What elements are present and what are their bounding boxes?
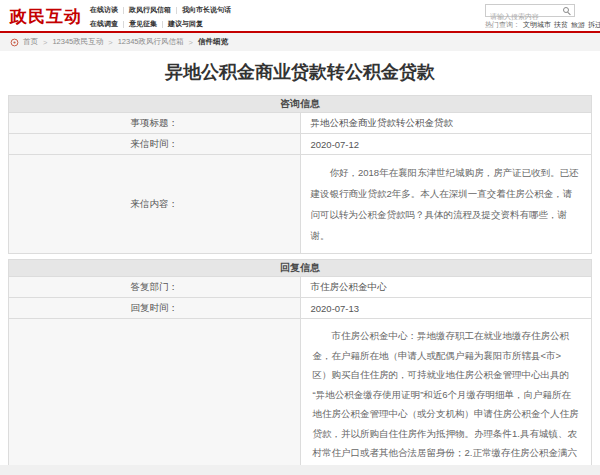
row-value-reply-date: 2020-07-13 — [300, 298, 592, 319]
main-content: 异地公积金商业贷款转公积金贷款 咨询信息 事项标题： 异地公积金商业贷款转公积金… — [0, 61, 600, 475]
row-label-subject: 事项标题： — [9, 113, 301, 134]
row-value-letter-date: 2020-07-12 — [300, 134, 592, 155]
nav-row-1: 在线访谈 政风行风信箱 我向市长说句话 — [90, 4, 231, 16]
table-row: 回复时间： 2020-07-13 — [9, 298, 592, 319]
nav-divider — [176, 7, 177, 14]
nav-link-opinion-collection[interactable]: 意见征集 — [129, 19, 157, 29]
row-label-reply-date: 回复时间： — [9, 298, 301, 319]
breadcrumb: 首页 > 12345政民互动 > 12345政风行风信箱 > 信件细览 — [0, 33, 600, 51]
nav-row-2: 在线调查 意见征集 建议与回复 — [90, 18, 231, 30]
nav-link-suggestion-reply[interactable]: 建议与回复 — [168, 19, 203, 29]
hot-search-label: 热门查询： — [485, 21, 520, 28]
hot-search-term-poverty-relief[interactable]: 扶贫 — [554, 21, 568, 28]
breadcrumb-mailbox[interactable]: 12345政风行风信箱 — [118, 37, 184, 47]
breadcrumb-home[interactable]: 首页 — [23, 37, 38, 47]
row-label-reply-dept: 答复部门： — [9, 277, 301, 298]
search-icon[interactable] — [563, 7, 569, 13]
hot-search-term-tourism[interactable]: 旅游 — [571, 21, 585, 28]
table-row: 事项标题： 异地公积金商业贷款转公积金贷款 — [9, 113, 592, 134]
reply-section-row: 回复信息 — [9, 260, 592, 277]
reply-section-header: 回复信息 — [9, 260, 592, 277]
reply-table: 回复信息 答复部门： 市住房公积金中心 回复时间： 2020-07-13 回复内… — [8, 259, 592, 475]
search-area: 热门查询：文明城市扶贫旅游拆迁 — [485, 4, 575, 30]
nav-link-speak-to-mayor[interactable]: 我向市长说句话 — [182, 5, 231, 15]
row-value-subject: 异地公积金商业贷款转公积金贷款 — [300, 113, 592, 134]
row-label-letter-content: 来信内容： — [9, 155, 301, 254]
table-row: 答复部门： 市住房公积金中心 — [9, 277, 592, 298]
row-value-letter-content: 你好，2018年在襄阳东津世纪城购房，房产证已收到。已还建设银行商业贷款2年多。… — [300, 155, 592, 254]
hot-search-term-civilized-city[interactable]: 文明城市 — [523, 21, 551, 28]
breadcrumb-current-letter-detail: 信件细览 — [198, 37, 228, 47]
nav-link-online-interview[interactable]: 在线访谈 — [90, 5, 118, 15]
table-row: 回复内容： 市住房公积金中心：异地缴存职工在就业地缴存住房公积金，在户籍所在地（… — [9, 319, 592, 475]
breadcrumb-separator: > — [108, 38, 112, 47]
row-label-letter-date: 来信时间： — [9, 134, 301, 155]
breadcrumb-separator: > — [189, 38, 193, 47]
footer-strip — [0, 465, 600, 475]
row-label-reply-content: 回复内容： — [9, 319, 301, 475]
page-root: 政民互动 在线访谈 政风行风信箱 我向市长说句话 在线调查 意见征集 建议与回复 — [0, 0, 600, 475]
nav-link-online-survey[interactable]: 在线调查 — [90, 19, 118, 29]
table-row: 来信内容： 你好，2018年在襄阳东津世纪城购房，房产证已收到。已还建设银行商业… — [9, 155, 592, 254]
row-value-reply-dept: 市住房公积金中心 — [300, 277, 592, 298]
page-title: 异地公积金商业贷款转公积金贷款 — [8, 61, 592, 84]
site-header: 政民互动 在线访谈 政风行风信箱 我向市长说句话 在线调查 意见征集 建议与回复 — [0, 0, 600, 33]
site-logo[interactable]: 政民互动 — [10, 5, 82, 28]
row-value-reply-content: 市住房公积金中心：异地缴存职工在就业地缴存住房公积金，在户籍所在地（申请人或配偶… — [300, 319, 592, 475]
breadcrumb-separator: > — [43, 38, 47, 47]
nav-link-work-style-mailbox[interactable]: 政风行风信箱 — [129, 5, 171, 15]
nav-divider — [162, 21, 163, 28]
consult-section-header: 咨询信息 — [9, 96, 592, 113]
nav-divider — [123, 21, 124, 28]
breadcrumb-civic-interaction[interactable]: 12345政民互动 — [52, 37, 103, 47]
search-box — [485, 4, 575, 17]
top-nav: 在线访谈 政风行风信箱 我向市长说句话 在线调查 意见征集 建议与回复 — [90, 4, 231, 32]
home-icon — [10, 38, 19, 47]
nav-divider — [123, 7, 124, 14]
search-input[interactable] — [486, 11, 574, 22]
table-row: 来信时间： 2020-07-12 — [9, 134, 592, 155]
consult-table: 咨询信息 事项标题： 异地公积金商业贷款转公积金贷款 来信时间： 2020-07… — [8, 95, 592, 254]
hot-search-term-relocation[interactable]: 拆迁 — [588, 21, 600, 28]
consult-section-row: 咨询信息 — [9, 96, 592, 113]
